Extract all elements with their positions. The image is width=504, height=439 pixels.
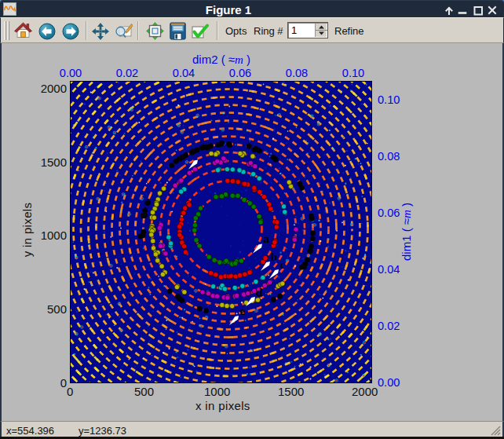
svg-text:e: e — [240, 304, 246, 317]
svg-text:a: a — [263, 232, 269, 245]
svg-text:c: c — [280, 258, 286, 271]
svg-text:b: b — [271, 250, 278, 263]
svg-text:d: d — [256, 285, 263, 298]
